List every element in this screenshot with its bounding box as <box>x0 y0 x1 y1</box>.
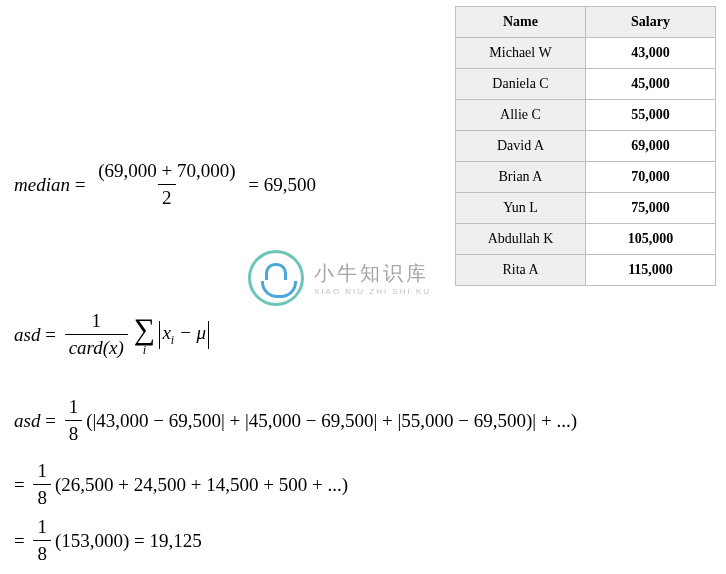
salary-table: Name Salary Michael W43,000Daniela C45,0… <box>455 6 716 286</box>
asd-result-body: (153,000) = 19,125 <box>55 530 202 552</box>
watermark-text-cn: 小牛知识库 <box>314 260 431 287</box>
table-row: Rita A115,000 <box>456 255 716 286</box>
median-lhs: median <box>14 174 70 196</box>
table-row: David A69,000 <box>456 131 716 162</box>
cell-salary: 55,000 <box>586 100 716 131</box>
table-row: Michael W43,000 <box>456 38 716 69</box>
cell-name: Allie C <box>456 100 586 131</box>
asd-step2-body: (26,500 + 24,500 + 14,500 + 500 + ...) <box>55 474 348 496</box>
table-row: Brian A70,000 <box>456 162 716 193</box>
watermark: 小牛知识库 XIAO NIU ZHI SHI KU <box>248 250 431 306</box>
cell-salary: 105,000 <box>586 224 716 255</box>
asd-result: = 1 8 (153,000) = 19,125 <box>14 516 202 565</box>
median-equation: median = (69,000 + 70,000) 2 = 69,500 <box>14 160 316 209</box>
asd-definition: asd = 1 card(x) ∑ i xi − μ <box>14 310 211 359</box>
cell-name: Yun L <box>456 193 586 224</box>
asd-step2: = 1 8 (26,500 + 24,500 + 14,500 + 500 + … <box>14 460 348 509</box>
cell-name: David A <box>456 131 586 162</box>
asd-lhs: asd <box>14 324 40 346</box>
cell-name: Brian A <box>456 162 586 193</box>
watermark-logo-icon <box>248 250 304 306</box>
cell-name: Abdullah K <box>456 224 586 255</box>
cell-salary: 43,000 <box>586 38 716 69</box>
cell-name: Michael W <box>456 38 586 69</box>
cell-salary: 70,000 <box>586 162 716 193</box>
table-row: Allie C55,000 <box>456 100 716 131</box>
abs-term: xi − μ <box>157 321 211 349</box>
table-row: Yun L75,000 <box>456 193 716 224</box>
col-header-salary: Salary <box>586 7 716 38</box>
cell-salary: 115,000 <box>586 255 716 286</box>
cell-name: Rita A <box>456 255 586 286</box>
asd-expansion: asd = 1 8 (|43,000 − 69,500| + |45,000 −… <box>14 396 577 445</box>
cell-salary: 45,000 <box>586 69 716 100</box>
table-row: Daniela C45,000 <box>456 69 716 100</box>
cell-salary: 75,000 <box>586 193 716 224</box>
sigma-icon: ∑ i <box>134 314 155 356</box>
asd-frac: 1 card(x) <box>65 310 128 359</box>
watermark-text-pinyin: XIAO NIU ZHI SHI KU <box>314 287 431 296</box>
median-fraction: (69,000 + 70,000) 2 <box>94 160 239 209</box>
table-header-row: Name Salary <box>456 7 716 38</box>
cell-name: Daniela C <box>456 69 586 100</box>
median-result: 69,500 <box>264 174 316 196</box>
asd-expansion-body: (|43,000 − 69,500| + |45,000 − 69,500| +… <box>86 410 577 432</box>
col-header-name: Name <box>456 7 586 38</box>
cell-salary: 69,000 <box>586 131 716 162</box>
table-row: Abdullah K105,000 <box>456 224 716 255</box>
